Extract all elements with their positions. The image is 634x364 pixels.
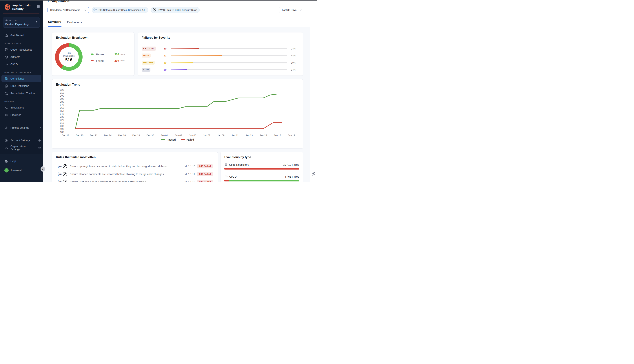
rule-row[interactable]: CIS Ensure open git branches are up to d… bbox=[52, 164, 218, 169]
rule-text: Ensure verifying signed commits of new c… bbox=[70, 180, 146, 182]
type-status: 10 / 10 Failed bbox=[283, 163, 299, 166]
sidebar-item-remediation-tracker[interactable]: Remediation Tracker bbox=[0, 90, 43, 97]
type-result-bar bbox=[224, 180, 299, 182]
svg-text:280: 280 bbox=[60, 100, 64, 103]
sidebar-item-pipelines[interactable]: Pipelines bbox=[0, 111, 43, 118]
svg-text:300: 300 bbox=[60, 94, 64, 97]
sidebar-item-account-settings[interactable]: Account Settings bbox=[0, 137, 43, 144]
evaluation-breakdown-card: Evaluation Breakdown Total evaluations 5… bbox=[52, 32, 134, 76]
pipelines-icon bbox=[5, 113, 8, 117]
project-selector[interactable]: PROJECT Product Exploratory bbox=[3, 17, 40, 28]
severity-percent: 44% bbox=[291, 54, 295, 57]
summary-content: Evaluation Breakdown Total evaluations 5… bbox=[43, 27, 310, 182]
project-name: Product Exploratory bbox=[5, 23, 38, 26]
user-menu[interactable]: L Lavakush bbox=[0, 166, 43, 174]
passed-line-swatch bbox=[161, 139, 165, 140]
card-title: Evalutions by type bbox=[224, 156, 303, 159]
svg-text:250: 250 bbox=[60, 110, 64, 112]
severity-bar-track bbox=[171, 62, 287, 64]
svg-text:Jan 05: Jan 05 bbox=[189, 134, 196, 137]
type-label: CI/CD bbox=[229, 175, 236, 178]
severity-percent: 19% bbox=[291, 62, 295, 64]
severity-badge: CRITICAL bbox=[142, 46, 156, 50]
sidebar-collapse-handle[interactable]: ◀ bbox=[41, 166, 45, 172]
severity-row-high: HIGH 92 44% bbox=[138, 53, 303, 58]
sidebar-item-organization-settings[interactable]: Organization Settings bbox=[0, 144, 43, 152]
svg-text:210: 210 bbox=[60, 122, 64, 124]
sidebar-item-project-settings[interactable]: Project Settings bbox=[0, 124, 43, 132]
sidebar-item-rule-definitions[interactable]: Rule Definitions bbox=[0, 82, 43, 90]
brand-accent-divider bbox=[3, 14, 40, 14]
rule-text: Ensure open git branches are up to date … bbox=[70, 165, 167, 168]
svg-text:Dec 18: Dec 18 bbox=[62, 134, 69, 137]
box-wrench-icon bbox=[5, 92, 8, 95]
severity-bar-fill bbox=[171, 62, 193, 64]
severity-bar-fill bbox=[171, 69, 187, 70]
svg-text:230: 230 bbox=[60, 116, 64, 118]
sidebar-item-artifacts[interactable]: Artifacts bbox=[0, 53, 43, 61]
rule-row[interactable]: CIS Ensure verifying signed commits of n… bbox=[52, 180, 218, 182]
rule-row[interactable]: CIS Ensure all open comments are resolve… bbox=[52, 172, 218, 177]
sidebar-item-get-started[interactable]: Get Started bbox=[0, 32, 43, 39]
tab-evaluations[interactable]: Evaluations bbox=[67, 18, 82, 26]
owasp-chip[interactable]: OWASP Top 10 CI/CD Security Risks bbox=[151, 7, 200, 13]
date-range-select[interactable]: Last 30 Days bbox=[279, 7, 304, 13]
owasp-logo-icon bbox=[63, 180, 67, 182]
severity-count: 50 bbox=[164, 47, 167, 50]
chat-bubbles-icon[interactable] bbox=[311, 171, 317, 177]
cis-benchmark-chip[interactable]: CIS CIS Software Supply Chain Benchmarks… bbox=[92, 7, 148, 13]
document-search-icon bbox=[5, 77, 8, 80]
sidebar-item-help[interactable]: ? Help bbox=[0, 158, 43, 165]
evaluations-donut-chart: Total evaluations 516 bbox=[55, 43, 83, 71]
passed-legend-swatch bbox=[91, 54, 94, 55]
total-evaluations-value: 516 bbox=[65, 58, 72, 62]
app-logo-shield-icon bbox=[4, 4, 11, 11]
avatar: L bbox=[5, 168, 9, 172]
sidebar-item-integrations[interactable]: Integrations bbox=[0, 104, 43, 111]
severity-row-low: LOW 29 14% bbox=[138, 67, 303, 72]
tab-summary[interactable]: Summary bbox=[48, 18, 62, 26]
svg-text:Jan 13: Jan 13 bbox=[245, 134, 253, 137]
type-row-code-repository: </> Code Repository 10 / 10 Failed bbox=[224, 162, 299, 170]
severity-badge: HIGH bbox=[142, 54, 151, 58]
sidebar-group-risk-compliance: RISK AND COMPLIANCE bbox=[0, 68, 43, 75]
legend-passed: Passed bbox=[161, 138, 176, 141]
owasp-logo-icon bbox=[63, 172, 67, 177]
project-label: PROJECT bbox=[9, 20, 19, 22]
sidebar-item-code-repositories[interactable]: </> Code Repositories bbox=[0, 46, 43, 53]
box-icon bbox=[5, 55, 8, 59]
layers-icon bbox=[5, 139, 8, 142]
app-switcher-grid-icon[interactable] bbox=[37, 5, 40, 9]
svg-text:CIS: CIS bbox=[59, 166, 62, 167]
infinity-icon bbox=[5, 63, 8, 66]
owasp-logo-icon bbox=[152, 8, 156, 12]
svg-text:180: 180 bbox=[60, 131, 64, 134]
svg-text:220: 220 bbox=[60, 118, 64, 121]
failed-count-badge: 240 Failed bbox=[197, 164, 213, 168]
svg-text:CIS: CIS bbox=[95, 9, 97, 10]
svg-text:Jan 01: Jan 01 bbox=[161, 134, 168, 137]
clipboard-check-icon bbox=[5, 84, 8, 88]
severity-count: 29 bbox=[164, 68, 167, 71]
severity-bar-fill bbox=[171, 48, 199, 49]
card-title: Evaluation Breakdown bbox=[56, 36, 134, 40]
svg-text:Dec 30: Dec 30 bbox=[146, 134, 154, 137]
severity-count: 39 bbox=[164, 61, 167, 64]
standards-select[interactable]: Standards: All Benchmarks bbox=[48, 7, 89, 13]
svg-text:240: 240 bbox=[60, 112, 64, 115]
brand: Supply ChainSecurity bbox=[0, 0, 43, 11]
organization-icon bbox=[5, 146, 8, 150]
sidebar-item-compliance[interactable]: Compliance bbox=[2, 75, 41, 82]
project-cube-icon bbox=[5, 19, 8, 22]
trend-legend: Passed Failed bbox=[52, 138, 303, 141]
info-icon[interactable] bbox=[38, 146, 41, 149]
main-area: Compliance Standards: All Benchmarks CIS… bbox=[43, 0, 310, 182]
legend-failed: Failed bbox=[181, 138, 194, 141]
type-label: Code Repository bbox=[229, 163, 249, 166]
svg-text:Dec 26: Dec 26 bbox=[118, 134, 126, 137]
info-icon[interactable] bbox=[38, 139, 41, 142]
svg-text:?: ? bbox=[6, 160, 6, 162]
sidebar-item-cicd[interactable]: CI/CD bbox=[0, 61, 43, 68]
rule-text: Ensure all open comments are resolved be… bbox=[70, 173, 164, 176]
svg-text:Jan 07: Jan 07 bbox=[203, 134, 210, 137]
